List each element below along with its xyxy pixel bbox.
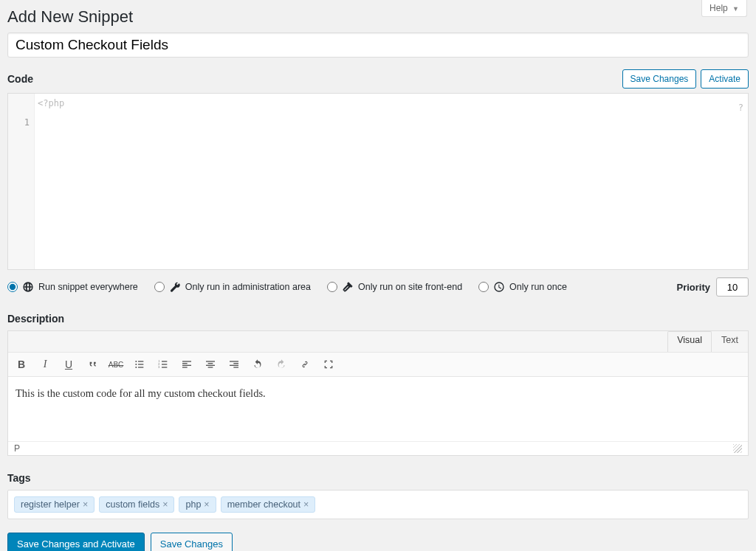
close-icon[interactable]: × <box>83 499 88 510</box>
strike-button[interactable]: ABC <box>109 357 123 372</box>
close-icon[interactable]: × <box>303 499 309 510</box>
description-heading: Description <box>7 313 749 325</box>
snippet-title-input[interactable] <box>7 32 749 58</box>
svg-rect-14 <box>182 365 191 366</box>
svg-point-4 <box>135 367 137 368</box>
quote-button[interactable] <box>85 357 100 372</box>
link-button[interactable] <box>298 357 312 372</box>
svg-point-2 <box>135 364 137 365</box>
svg-rect-11 <box>162 367 167 367</box>
svg-rect-5 <box>138 367 143 367</box>
svg-rect-23 <box>233 367 238 367</box>
run-once-option[interactable]: Only run once <box>478 281 567 293</box>
wrench-icon <box>169 281 181 293</box>
editor-path: P <box>14 443 20 454</box>
align-center-button[interactable] <box>203 357 218 372</box>
run-admin-option[interactable]: Only run in administration area <box>154 281 311 293</box>
svg-rect-15 <box>182 367 188 367</box>
chevron-down-icon: ▼ <box>732 5 739 13</box>
svg-rect-1 <box>138 361 143 361</box>
save-and-activate-button[interactable]: Save Changes and Activate <box>7 533 145 551</box>
bold-button[interactable]: B <box>14 357 29 372</box>
svg-rect-21 <box>233 363 238 364</box>
help-tab[interactable]: Help ▼ <box>701 0 747 17</box>
run-everywhere-radio[interactable] <box>7 282 18 292</box>
save-changes-button[interactable]: Save Changes <box>622 69 697 89</box>
run-frontend-radio[interactable] <box>327 282 337 292</box>
editor-toolbar: B I U ABC 123 <box>8 352 748 377</box>
svg-rect-9 <box>162 364 167 364</box>
svg-rect-12 <box>182 361 191 361</box>
hammer-icon <box>342 281 354 293</box>
svg-rect-7 <box>162 361 167 361</box>
tag-pill[interactable]: member checkout× <box>221 496 316 513</box>
svg-rect-16 <box>206 361 215 361</box>
svg-rect-3 <box>138 364 143 364</box>
svg-rect-18 <box>206 365 215 366</box>
priority-input[interactable] <box>716 277 749 297</box>
run-frontend-option[interactable]: Only run on site front-end <box>327 281 462 293</box>
close-icon[interactable]: × <box>204 499 209 510</box>
underline-button[interactable]: U <box>61 357 76 372</box>
svg-rect-20 <box>230 361 238 361</box>
run-everywhere-option[interactable]: Run snippet everywhere <box>7 281 138 293</box>
svg-rect-22 <box>230 365 238 366</box>
align-right-button[interactable] <box>227 357 241 372</box>
help-label: Help <box>709 3 728 13</box>
tag-pill[interactable]: custom fields× <box>99 496 174 513</box>
svg-rect-19 <box>208 367 213 367</box>
code-textarea[interactable] <box>35 94 748 269</box>
fullscreen-button[interactable] <box>321 357 336 372</box>
undo-button[interactable] <box>250 357 265 372</box>
description-editor[interactable]: This is the custom code for all my custo… <box>8 377 748 442</box>
redo-button[interactable] <box>274 357 289 372</box>
tab-text[interactable]: Text <box>712 331 748 352</box>
number-list-button[interactable]: 123 <box>156 357 171 372</box>
save-changes-footer-button[interactable]: Save Changes <box>151 533 233 551</box>
svg-rect-17 <box>208 363 213 364</box>
close-icon[interactable]: × <box>162 499 168 510</box>
svg-point-0 <box>135 361 137 362</box>
tags-input[interactable]: register helper× custom fields× php× mem… <box>7 490 749 519</box>
svg-text:3: 3 <box>158 365 159 369</box>
tab-visual[interactable]: Visual <box>667 331 712 352</box>
align-left-button[interactable] <box>179 357 194 372</box>
code-gutter: 1 <box>8 94 35 269</box>
clock-icon <box>493 281 505 293</box>
resize-handle-icon[interactable] <box>733 444 742 453</box>
page-title: Add New Snippet <box>7 0 749 32</box>
bullet-list-button[interactable] <box>132 357 147 372</box>
tags-heading: Tags <box>7 472 749 484</box>
tag-pill[interactable]: register helper× <box>14 496 94 513</box>
code-editor[interactable]: 1 <?php ? <box>7 93 749 270</box>
activate-button[interactable]: Activate <box>701 69 749 89</box>
italic-button[interactable]: I <box>38 357 52 372</box>
svg-rect-13 <box>182 363 188 364</box>
priority-field: Priority <box>676 277 749 297</box>
run-once-radio[interactable] <box>478 282 489 292</box>
globe-icon <box>22 281 34 293</box>
code-heading: Code <box>7 73 33 85</box>
run-admin-radio[interactable] <box>154 282 165 292</box>
tag-pill[interactable]: php× <box>179 496 216 513</box>
